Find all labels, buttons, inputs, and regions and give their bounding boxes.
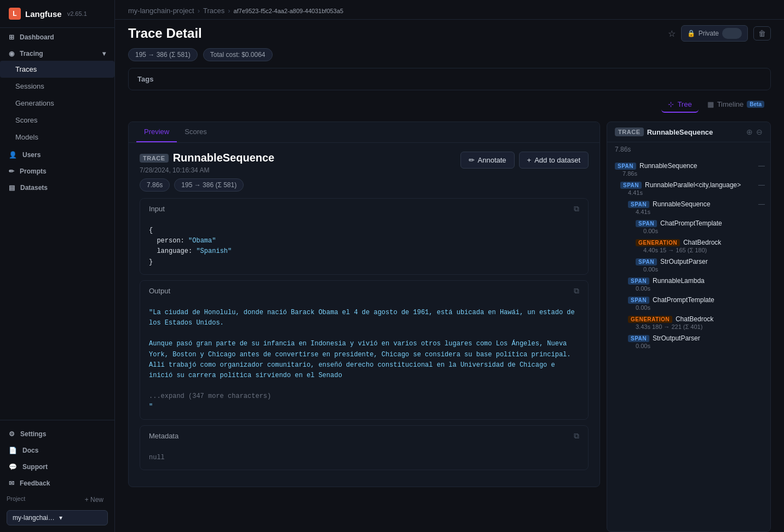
feedback-icon: ✉ [9, 479, 14, 487]
rp-add-button[interactable]: ⊕ [746, 128, 753, 136]
private-toggle[interactable] [722, 28, 742, 39]
tree-item-row: SPANChatPromptTemplate [628, 296, 765, 304]
sidebar-item-feedback[interactable]: ✉ Feedback [0, 474, 114, 490]
logo-icon: L [9, 8, 21, 20]
docs-label: Docs [22, 447, 38, 454]
tree-item[interactable]: SPANRunnableSequence—7.86s [607, 160, 770, 179]
sidebar-section-tracing[interactable]: ◉ Tracing ▾ [0, 44, 114, 61]
tab-timeline-label: Timeline [717, 100, 744, 108]
project-selector[interactable]: my-langchain-pro... ▾ [7, 510, 108, 525]
add-dataset-label: Add to dataset [534, 156, 580, 164]
chevron-icon: ▾ [102, 50, 106, 57]
tree-item-row: SPANChatPromptTemplate [636, 219, 765, 227]
trace-card: Preview Scores TRACE RunnableSequence 7/… [128, 122, 600, 487]
trace-actions: ✏ Annotate + Add to dataset [460, 152, 589, 169]
timeline-icon: ▦ [707, 100, 714, 108]
lock-icon: 🔒 [687, 30, 695, 37]
copy-input-button[interactable]: ⧉ [574, 204, 579, 213]
tab-tree[interactable]: ⊹ Tree [661, 97, 698, 113]
tree-item-name: ChatBedrock [683, 239, 765, 246]
sidebar-item-scores[interactable]: Scores [0, 112, 114, 129]
datasets-label: Datasets [20, 184, 48, 192]
sidebar-item-generations[interactable]: Generations [0, 95, 114, 112]
tree-item-row: SPANRunnableLambda [628, 277, 765, 285]
copy-output-button[interactable]: ⧉ [574, 286, 579, 296]
annotate-button[interactable]: ✏ Annotate [460, 152, 515, 169]
breadcrumb-project[interactable]: my-langchain-project [128, 7, 194, 15]
output-content: "La ciudad de Honolulu, donde nació Bara… [140, 301, 588, 419]
tree-item[interactable]: SPANRunnableLambda0.00s [607, 275, 770, 294]
sidebar-item-datasets[interactable]: ▤ Datasets [0, 178, 114, 195]
beta-badge: Beta [747, 101, 764, 108]
trace-header: TRACE RunnableSequence 7/28/2024, 10:16:… [140, 152, 589, 192]
sidebar-item-docs[interactable]: 📄 Docs [0, 441, 114, 458]
tree-item-name: StrOutputParser [653, 334, 765, 342]
breadcrumb-traces[interactable]: Traces [203, 7, 224, 15]
page-header: Trace Detail ☆ 🔒 Private 🗑 [115, 20, 784, 48]
tree-item[interactable]: SPANChatPromptTemplate0.00s [607, 294, 770, 313]
tree-item-time: 0.00s [636, 228, 765, 234]
tree-item[interactable]: SPANChatPromptTemplate0.00s [607, 217, 770, 236]
trace-badge: TRACE [140, 154, 169, 163]
left-panel: Preview Scores TRACE RunnableSequence 7/… [128, 122, 607, 532]
trace-label-row: TRACE RunnableSequence [140, 152, 274, 164]
tracing-icon: ◉ [9, 50, 14, 57]
tree-item-time: 3.43s 180 → 221 (Σ 401) [628, 323, 765, 330]
content-area: Preview Scores TRACE RunnableSequence 7/… [115, 122, 784, 532]
breadcrumb-trace-id: af7e9523-f5c2-4aa2-a809-44031bf053a5 [234, 8, 344, 14]
span-badge: SPAN [628, 335, 649, 342]
sidebar-item-support[interactable]: 💬 Support [0, 458, 114, 474]
breadcrumb-sep2: › [228, 7, 230, 15]
logo-text: Langfuse [25, 9, 62, 19]
tree-item-row: SPANStrOutputParser [636, 258, 765, 265]
tree-item-name: ChatBedrock [676, 315, 765, 323]
tree-item[interactable]: SPANRunnableSequence—4.41s [607, 198, 770, 217]
prompts-icon: ✏ [9, 167, 14, 175]
tree-dash: — [758, 162, 765, 170]
stats-bar: 195 → 386 (Σ 581) Total cost: $0.0064 [115, 48, 784, 68]
rp-remove-button[interactable]: ⊖ [756, 128, 763, 136]
support-label: Support [22, 463, 48, 471]
span-badge: SPAN [636, 258, 657, 265]
span-badge: SPAN [636, 220, 657, 227]
sidebar-item-sessions[interactable]: Sessions [0, 78, 114, 95]
metadata-label: Metadata [149, 432, 178, 440]
tree-item[interactable]: GENERATIONChatBedrock4.40s 15 → 165 (Σ 1… [607, 236, 770, 256]
tab-scores[interactable]: Scores [177, 122, 214, 142]
sidebar-item-settings[interactable]: ⚙ Settings [0, 425, 114, 441]
sidebar-item-traces[interactable]: Traces [0, 61, 114, 78]
sidebar-item-models[interactable]: Models [0, 129, 114, 146]
tree-item[interactable]: SPANStrOutputParser0.00s [607, 332, 770, 351]
copy-metadata-button[interactable]: ⧉ [574, 431, 579, 441]
output-header: Output ⧉ [140, 281, 588, 301]
sidebar-item-label: Generations [15, 99, 54, 107]
new-project-button[interactable]: + New [80, 494, 108, 506]
tree-item-name: RunnableSequence [653, 200, 755, 208]
expand-link[interactable]: ...expand (347 more characters) [149, 392, 271, 400]
input-label: Input [149, 205, 165, 213]
tree-item-name: ChatPromptTemplate [660, 219, 765, 227]
sidebar-section-dashboard[interactable]: ⊞ Dashboard [0, 28, 114, 44]
span-badge: SPAN [615, 163, 636, 170]
add-dataset-button[interactable]: + Add to dataset [519, 152, 589, 169]
output-section: Output ⧉ "La ciudad de Honolulu, donde n… [140, 280, 589, 420]
tree-item-time: 0.00s [628, 304, 765, 311]
tree-container: SPANRunnableSequence—7.86sSPANRunnablePa… [607, 157, 770, 355]
tab-preview[interactable]: Preview [136, 122, 177, 142]
star-button[interactable]: ☆ [668, 28, 676, 39]
trace-name: RunnableSequence [173, 152, 275, 164]
tree-dash: — [758, 181, 765, 189]
detail-tabs: Preview Scores [129, 122, 599, 143]
delete-button[interactable]: 🗑 [753, 26, 771, 41]
tree-item[interactable]: SPANRunnableParallel<city,language>—4.41… [607, 179, 770, 198]
tree-item[interactable]: SPANStrOutputParser0.00s [607, 256, 770, 275]
sidebar-item-prompts[interactable]: ✏ Prompts [0, 162, 114, 178]
tab-timeline[interactable]: ▦ Timeline Beta [701, 97, 771, 113]
tags-label: Tags [137, 75, 153, 83]
span-badge: GENERATION [628, 316, 672, 323]
tree-item[interactable]: GENERATIONChatBedrock3.43s 180 → 221 (Σ … [607, 313, 770, 332]
sidebar-item-users[interactable]: 👤 Users [0, 146, 114, 162]
rp-header-time: 7.86s [607, 142, 770, 157]
prompts-label: Prompts [20, 167, 47, 175]
annotate-label: Annotate [478, 156, 506, 164]
